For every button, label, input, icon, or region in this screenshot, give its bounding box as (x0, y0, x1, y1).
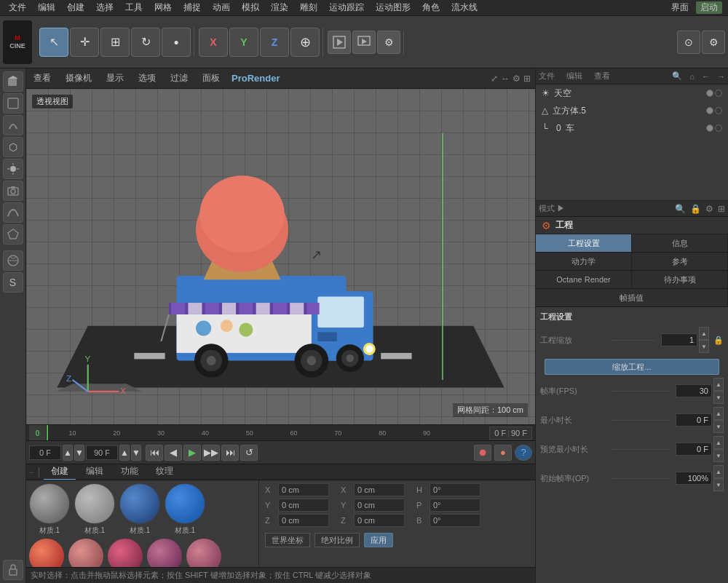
menu-sculpt[interactable]: 雕刻 (294, 0, 323, 15)
transport-end-up-btn[interactable]: ▲ (119, 445, 130, 461)
props-search-icon[interactable]: 🔍 (675, 204, 686, 214)
tab-function[interactable]: 功能 (114, 464, 146, 480)
polygon-icon[interactable] (3, 224, 23, 245)
prop-scale-up[interactable]: ▲ (699, 327, 709, 340)
coord-p-input[interactable] (430, 499, 480, 512)
transport-auto-key-btn[interactable]: ● (494, 445, 512, 461)
menu-tools[interactable]: 工具 (119, 0, 149, 15)
menu-select[interactable]: 选择 (90, 0, 119, 15)
transport-end-down-btn[interactable]: ▼ (131, 445, 141, 461)
coord-y-input[interactable] (278, 499, 329, 512)
tab-create[interactable]: 创建 (44, 464, 76, 480)
coord-b-input[interactable] (430, 514, 480, 527)
transport-down-btn[interactable]: ▼ (74, 445, 84, 461)
transport-go-end-btn[interactable]: ⏭ (221, 445, 239, 461)
vp-expand-icon[interactable]: ⤢ (491, 74, 498, 84)
tab-edit[interactable]: 编辑 (79, 464, 111, 480)
material-item-4[interactable]: 材质.1 (165, 483, 205, 536)
props-tab-dynamics[interactable]: 动力学 (536, 253, 632, 270)
props-tab-info[interactable]: 信息 (632, 234, 728, 252)
prop-scale-down[interactable]: ▼ (699, 340, 709, 353)
camera-icon[interactable] (3, 181, 23, 201)
render-region-btn[interactable] (328, 31, 351, 54)
spline-icon[interactable] (3, 202, 23, 223)
menu-edit[interactable]: 编辑 (32, 0, 61, 15)
props-tab-ref[interactable]: 参考 (632, 253, 728, 270)
prop-fps-down[interactable]: ▼ (713, 391, 724, 404)
material-item-2[interactable]: 材质.1 (74, 483, 115, 536)
coord-x2-input[interactable] (354, 483, 405, 496)
abs-scale-btn[interactable]: 绝对比例 (314, 533, 360, 547)
transport-loop-btn[interactable]: ↺ (240, 445, 258, 461)
material-row2-item-4[interactable] (147, 539, 182, 567)
scale-tool-btn[interactable]: ⊞ (100, 28, 130, 57)
menu-snap[interactable]: 捕捉 (178, 0, 207, 15)
menu-render[interactable]: 渲染 (265, 0, 294, 15)
x-axis-btn[interactable]: X (199, 28, 228, 57)
prop-mintime-down[interactable]: ▼ (713, 420, 724, 433)
cube-vis-dot[interactable] (706, 107, 713, 114)
menu-mesh[interactable]: 网格 (149, 0, 178, 15)
cube-lock-dot[interactable] (715, 107, 722, 114)
transport-play-btn[interactable]: ▶ (183, 445, 201, 461)
props-tab-todo[interactable]: 待办事项 (632, 271, 728, 288)
menu-file[interactable]: 文件 (3, 0, 32, 15)
snap-settings-btn[interactable]: ⚙ (702, 31, 725, 54)
move-tool-btn[interactable]: ✛ (70, 28, 99, 57)
props-tab-settings[interactable]: 工程设置 (536, 234, 632, 252)
props-gear-icon[interactable]: ⚙ (705, 204, 713, 214)
vp-camera-btn[interactable]: 摄像机 (63, 71, 95, 86)
car-vis-dot[interactable] (706, 124, 713, 132)
prop-scale-lock[interactable]: 🔒 (713, 336, 724, 345)
transport-help-btn[interactable]: ? (515, 445, 532, 461)
transport-start-frame[interactable] (29, 445, 61, 460)
obj-item-sky[interactable]: ☀ 天空 (536, 84, 728, 102)
vp-filter-btn[interactable]: 过滤 (167, 71, 191, 86)
coord-x-input[interactable] (278, 483, 329, 496)
menu-interface[interactable]: 界面 (667, 1, 693, 14)
rotate-tool-btn[interactable]: ↻ (131, 28, 160, 57)
transport-record-btn[interactable]: ⏺ (474, 445, 491, 461)
vp-gear-icon[interactable]: ⚙ (513, 74, 521, 84)
prop-mintime-up[interactable]: ▲ (713, 407, 724, 420)
apply-coord-btn[interactable]: 应用 (364, 533, 393, 547)
sky-vis-dot[interactable] (706, 90, 713, 97)
props-expand-icon[interactable]: ⊞ (718, 204, 725, 214)
generator-icon[interactable]: ⬡ (3, 137, 23, 157)
obj-home-icon[interactable]: ⌂ (689, 72, 695, 81)
menu-animation[interactable]: 动画 (207, 0, 236, 15)
render-settings-btn[interactable]: ⚙ (377, 31, 400, 54)
prop-initfps-input[interactable] (676, 472, 712, 485)
menu-motion-track[interactable]: 运动跟踪 (323, 0, 370, 15)
transport-prev-frame-btn[interactable]: ◀ (165, 445, 182, 461)
transport-go-start-btn[interactable]: ⏮ (146, 445, 163, 461)
prop-previewmin-up[interactable]: ▲ (713, 436, 724, 449)
menu-character[interactable]: 角色 (416, 0, 446, 15)
scale-project-btn[interactable]: 缩放工程... (545, 359, 719, 375)
menu-motion-graph[interactable]: 运动图形 (370, 0, 416, 15)
primitive-icon[interactable] (3, 71, 23, 92)
obj-back-icon[interactable]: ← (702, 72, 710, 81)
vp-view-btn[interactable]: 查看 (31, 71, 54, 86)
coord-z-input[interactable] (278, 514, 329, 527)
nurbs-icon[interactable] (3, 93, 23, 114)
universal-tool-btn[interactable]: ● (162, 28, 191, 57)
transport-up-btn[interactable]: ▲ (63, 445, 73, 461)
car-lock-dot[interactable] (715, 124, 722, 132)
timeline-track[interactable]: 10 20 30 40 50 60 70 80 90 (47, 425, 489, 440)
prop-previewmin-input[interactable] (676, 443, 712, 456)
timeline-playhead[interactable] (47, 425, 48, 440)
prop-mintime-input[interactable] (676, 413, 712, 427)
deformer-icon[interactable] (3, 115, 23, 135)
transport-play-rev-btn[interactable]: ▶▶ (202, 445, 220, 461)
menu-pipeline[interactable]: 流水线 (446, 0, 483, 15)
vp-panel-btn[interactable]: 面板 (199, 71, 223, 86)
props-tab-octane[interactable]: Octane Render (536, 271, 632, 288)
material-item-1[interactable]: 材质.1 (29, 483, 70, 536)
props-lock-icon[interactable]: 🔒 (690, 204, 701, 214)
obj-search-icon[interactable]: 🔍 (672, 71, 682, 81)
vp-options-btn[interactable]: 选项 (135, 71, 159, 86)
light-icon[interactable] (3, 159, 23, 179)
viewport[interactable]: X Y Z 透视视图 网格间距：100 cm ↗ (26, 89, 535, 424)
menu-simulate[interactable]: 模拟 (236, 0, 265, 15)
